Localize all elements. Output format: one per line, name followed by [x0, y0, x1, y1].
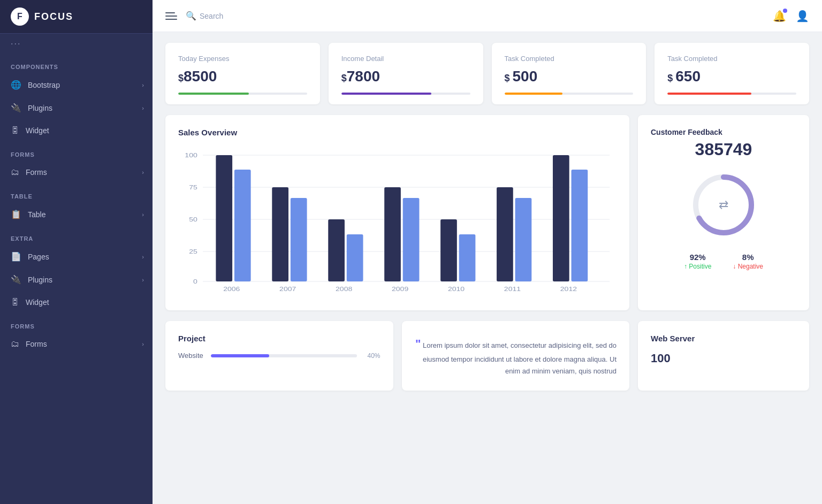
progress-bar-bg-2: [341, 93, 470, 95]
svg-text:100: 100: [185, 152, 197, 158]
content-area: Today Expenses $8500 Income Detail $7800: [153, 32, 822, 504]
notification-bell[interactable]: 🔔: [773, 10, 786, 22]
stat-card-title-1: Today Expenses: [178, 55, 307, 63]
quote-card: " Lorem ipsum dolor sit amet, consectetu…: [402, 321, 630, 391]
notification-dot: [783, 9, 787, 13]
progress-bar-bg-3: [505, 93, 634, 95]
positive-label: ↑ Positive: [684, 263, 711, 270]
stat-card-value-3: $ 500: [505, 68, 634, 85]
stat-card-title-3: Task Completed: [505, 55, 634, 63]
progress-bar-bg-1: [178, 93, 307, 95]
positive-stat: 92% ↑ Positive: [684, 253, 711, 270]
sidebar-item-table[interactable]: 📋 Table ›: [0, 203, 153, 226]
main-content: 🔍 Search 🔔 👤 Today Expenses $8500: [153, 0, 822, 504]
project-card: Project Website 40%: [165, 321, 393, 391]
project-row-label: Website: [178, 352, 203, 360]
sidebar-item-pages[interactable]: 📄 Pages ›: [0, 245, 153, 268]
hamburger-line-1: [165, 12, 175, 13]
customer-feedback-card: Customer Feedback 385749 ⇄ 92% ↑: [638, 115, 809, 310]
project-row-bar-fill: [211, 354, 269, 357]
search-area: 🔍 Search: [186, 11, 764, 21]
forms-icon: 🗂: [11, 167, 19, 177]
svg-text:2009: 2009: [392, 286, 408, 292]
svg-text:2012: 2012: [560, 286, 577, 292]
negative-label: ↓ Negative: [733, 263, 763, 270]
chevron-right-icon: ›: [142, 341, 144, 347]
progress-bar-fill-1: [178, 93, 249, 95]
user-avatar-icon[interactable]: 👤: [796, 10, 809, 22]
sidebar-dots: ···: [0, 34, 153, 54]
chevron-right-icon: ›: [142, 169, 144, 175]
sidebar-item-forms-2[interactable]: 🗂 Forms ›: [0, 333, 153, 355]
feedback-number: 385749: [695, 140, 752, 159]
chart-title: Sales Overview: [178, 128, 616, 137]
stat-card-task2: Task Completed $ 650: [654, 43, 809, 104]
sidebar: F FOCUS ··· COMPONENTS 🌐 Bootstrap › 🔌 P…: [0, 0, 153, 504]
sidebar-item-bootstrap[interactable]: 🌐 Bootstrap ›: [0, 73, 153, 96]
pages-icon: 📄: [11, 251, 21, 262]
logo-text: FOCUS: [34, 11, 73, 22]
section-label-forms: FORMS: [0, 142, 153, 161]
search-icon: 🔍: [186, 11, 196, 21]
arrow-up-icon: ↑: [684, 263, 687, 270]
hamburger-button[interactable]: [165, 12, 177, 20]
stat-card-value-1: $8500: [178, 68, 307, 85]
svg-text:2011: 2011: [504, 286, 521, 292]
stat-card-title-4: Task Completed: [667, 55, 796, 63]
section-label-components: COMPONENTS: [0, 54, 153, 73]
svg-text:2010: 2010: [448, 286, 465, 292]
sidebar-item-widget-2[interactable]: 🎛 Widget: [0, 291, 153, 314]
chevron-right-icon: ›: [142, 105, 144, 111]
sidebar-item-widget[interactable]: 🎛 Widget: [0, 119, 153, 142]
progress-bar-fill-2: [341, 93, 432, 95]
plugin-icon: 🔌: [11, 103, 21, 113]
svg-text:2007: 2007: [279, 286, 296, 292]
stat-card-income: Income Detail $7800: [329, 43, 483, 104]
globe-icon: 🌐: [11, 80, 21, 90]
quote-text: " Lorem ipsum dolor sit amet, consectetu…: [415, 334, 617, 378]
stat-card-title-2: Income Detail: [341, 55, 470, 63]
topbar-right: 🔔 👤: [773, 10, 809, 22]
web-server-card: Web Server 100: [638, 321, 809, 391]
bar-chart-svg: 100 75 50 25 0: [178, 146, 616, 295]
svg-rect-22: [553, 155, 569, 281]
widget-icon: 🎛: [11, 126, 19, 135]
table-icon: 📋: [11, 209, 21, 219]
negative-pct: 8%: [733, 253, 763, 262]
project-row-bar-bg: [211, 354, 357, 357]
stat-cards-row: Today Expenses $8500 Income Detail $7800: [165, 43, 809, 104]
stat-card-expenses: Today Expenses $8500: [165, 43, 320, 104]
svg-rect-12: [272, 187, 288, 281]
logo-icon: F: [11, 7, 29, 26]
sidebar-logo: F FOCUS: [0, 0, 153, 34]
sidebar-item-plugins-2[interactable]: 🔌 Plugins ›: [0, 268, 153, 291]
stat-card-value-4: $ 650: [667, 68, 796, 85]
chevron-right-icon: ›: [142, 254, 144, 260]
svg-rect-19: [459, 234, 476, 281]
project-row-pct: 40%: [364, 352, 380, 360]
sidebar-item-forms[interactable]: 🗂 Forms ›: [0, 161, 153, 184]
hamburger-line-3: [165, 19, 177, 20]
sales-overview-card: Sales Overview 100 75 50 25 0: [165, 115, 629, 310]
progress-bar-fill-3: [505, 93, 562, 95]
feedback-stats: 92% ↑ Positive 8% ↓ Negative: [651, 253, 796, 270]
positive-pct: 92%: [684, 253, 711, 262]
plugin-icon-2: 🔌: [11, 274, 21, 285]
svg-rect-13: [291, 198, 307, 281]
chevron-right-icon: ›: [142, 211, 144, 218]
widget-icon-2: 🎛: [11, 297, 19, 307]
svg-text:2008: 2008: [336, 286, 352, 292]
svg-text:0: 0: [193, 278, 197, 285]
svg-rect-21: [515, 198, 532, 281]
svg-rect-18: [440, 219, 457, 281]
sidebar-item-plugins[interactable]: 🔌 Plugins ›: [0, 96, 153, 119]
shuffle-icon: ⇄: [719, 198, 728, 212]
svg-rect-14: [328, 219, 345, 281]
quote-mark: ": [415, 337, 421, 350]
svg-rect-17: [403, 198, 420, 281]
arrow-down-icon: ↓: [733, 263, 736, 270]
stat-card-task1: Task Completed $ 500: [492, 43, 646, 104]
svg-rect-20: [497, 187, 513, 281]
negative-stat: 8% ↓ Negative: [733, 253, 763, 270]
search-placeholder-text: Search: [200, 12, 223, 20]
